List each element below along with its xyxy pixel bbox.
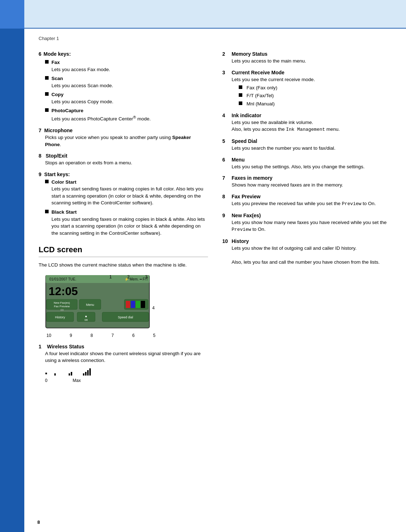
lcd-bottom-annotations: 10 9 8 7 6 5 xyxy=(46,333,155,338)
rc-header-9: 9 New Fax(es) xyxy=(222,213,392,218)
svg-rect-14 xyxy=(136,301,140,308)
bullet-icon xyxy=(239,101,242,105)
rc-header-10: 10 History xyxy=(222,238,392,244)
svg-text:12:05: 12:05 xyxy=(49,285,78,298)
rc-item-2: 2 Memory Status Lets you access to the m… xyxy=(222,51,392,65)
lcd-annotation-3: 3 xyxy=(145,274,148,279)
list-item: Black Start Lets you start sending faxes… xyxy=(45,209,208,237)
rc-header-8: 8 Fax Preview xyxy=(222,194,392,199)
wireless-range-labels: 0 Max xyxy=(45,378,81,383)
start-keys-number: 9 xyxy=(39,171,41,177)
rc-body-6: Lets you setup the settings. Also, lets … xyxy=(232,163,392,170)
mode-keys-number: 6 xyxy=(39,51,41,57)
svg-text:■: ■ xyxy=(85,315,87,318)
scan-description: Lets you access Scan mode. xyxy=(51,83,113,88)
mode-keys-header: 6 Mode keys: xyxy=(39,51,208,57)
rc-num-7: 7 xyxy=(222,175,229,181)
start-keys-header: 9 Start keys: xyxy=(39,171,208,177)
lcd-section-title: LCD screen xyxy=(39,245,208,257)
photocapture-label: PhotoCapture xyxy=(51,108,83,113)
list-item: Mnl (Manual) xyxy=(239,100,392,108)
bullet-icon xyxy=(45,210,49,213)
list-item: Fax (Fax only) xyxy=(239,84,392,91)
list-item: PhotoCapture Lets you access PhotoCaptur… xyxy=(45,107,208,123)
list-item: Fax Lets you access Fax mode. xyxy=(45,59,208,73)
lcd-screen-svg: 01/01/2007 TUE. ⚡ Mem. ━ F/T 12:05 New F… xyxy=(39,275,160,332)
wireless-number: 1 xyxy=(39,344,41,349)
annot-7: 7 xyxy=(112,333,114,338)
list-item: Copy Lets you access Copy mode. xyxy=(45,91,208,105)
lcd-annotation-4: 4 xyxy=(152,305,155,310)
rc-header-6: 6 Menu xyxy=(222,157,392,163)
left-column: 6 Mode keys: Fax Lets you access Fax mod… xyxy=(39,51,208,388)
color-start-description: Lets you start sending faxes or making c… xyxy=(51,186,203,205)
chapter-label: Chapter 1 xyxy=(39,36,392,44)
stop-exit-description: Stops an operation or exits from a menu. xyxy=(45,159,208,166)
right-column: 2 Memory Status Lets you access to the m… xyxy=(222,51,392,388)
rc-title-8: Fax Preview xyxy=(232,194,261,199)
rc-num-10: 10 xyxy=(222,238,229,244)
sidebar-top xyxy=(0,0,24,29)
bullet-icon xyxy=(45,180,49,183)
lcd-image-area: 1 2 3 01/01/2007 TUE. ⚡ Mem. ━ F/T 12:05 xyxy=(39,275,167,338)
wireless-label-0: 0 xyxy=(45,378,48,383)
annot-10: 10 xyxy=(46,333,51,338)
wireless-status-section: 1 Wireless Status A four level indicator… xyxy=(39,344,208,383)
rc-body-2: Lets you access to the main menu. xyxy=(232,58,392,65)
rc-num-9: 9 xyxy=(222,213,229,218)
rc-body-4: Lets you see the available ink volume. A… xyxy=(232,119,392,133)
fax-description: Lets you access Fax mode. xyxy=(51,67,110,72)
two-column-layout: 6 Mode keys: Fax Lets you access Fax mod… xyxy=(39,51,392,388)
stop-exit-header: 8 Stop/Exit xyxy=(39,153,208,159)
copy-label: Copy xyxy=(51,92,64,97)
rc-item-9: 9 New Fax(es) Lets you show how many new… xyxy=(222,213,392,233)
rc-item-5: 5 Speed Dial Lets you search the number … xyxy=(222,138,392,152)
svg-rect-28 xyxy=(85,372,86,376)
rc-item-7: 7 Faxes in memory Shows how many receive… xyxy=(222,175,392,189)
color-start-label: Color Start xyxy=(51,179,76,185)
rc-body-5: Lets you search the number you want to f… xyxy=(232,145,392,152)
rc-header-3: 3 Current Receive Mode xyxy=(222,70,392,75)
annot-5: 5 xyxy=(153,333,155,338)
bullet-icon xyxy=(45,92,49,96)
svg-rect-27 xyxy=(83,373,84,376)
ft-item: F/T (Fax/Tel) xyxy=(245,92,274,99)
rc-item-4: 4 Ink indicator Lets you see the availab… xyxy=(222,113,392,133)
lcd-annotation-1: 1 xyxy=(109,274,112,279)
rc-num-6: 6 xyxy=(222,157,229,163)
rc-num-5: 5 xyxy=(222,138,229,144)
lcd-description: The LCD shows the current machine status… xyxy=(39,262,208,269)
rc-header-5: 5 Speed Dial xyxy=(222,138,392,144)
svg-text::03: :03 xyxy=(60,309,64,311)
svg-rect-12 xyxy=(126,301,130,308)
svg-text:06: 06 xyxy=(85,318,88,322)
rc-body-7: Shows how many received faxes are in the… xyxy=(232,182,392,189)
svg-rect-15 xyxy=(141,301,145,308)
annot-9: 9 xyxy=(70,333,72,338)
mnl-item: Mnl (Manual) xyxy=(245,100,275,108)
svg-rect-13 xyxy=(131,301,135,308)
scan-label: Scan xyxy=(51,76,63,81)
list-item: F/T (Fax/Tel) xyxy=(239,92,392,99)
svg-rect-25 xyxy=(69,373,70,376)
annot-6: 6 xyxy=(132,333,135,338)
rc-body-9: Lets you show how many new faxes you hav… xyxy=(232,219,392,233)
rc-num-8: 8 xyxy=(222,194,229,199)
bullet-icon xyxy=(45,108,49,112)
svg-rect-30 xyxy=(89,368,91,376)
rc-sub-list-3: Fax (Fax only) F/T (Fax/Tel) Mnl (Manual… xyxy=(239,84,392,108)
page-number: 8 xyxy=(24,519,53,525)
wireless-icon-1 xyxy=(54,368,61,377)
bullet-icon xyxy=(239,85,242,89)
microphone-number: 7 xyxy=(39,128,41,133)
wireless-title: Wireless Status xyxy=(44,344,84,349)
fax-only-item: Fax (Fax only) xyxy=(245,84,277,91)
rc-header-2: 2 Memory Status xyxy=(222,51,392,57)
rc-item-8: 8 Fax Preview Lets you preview the recei… xyxy=(222,194,392,208)
rc-body-8: Lets you preview the received fax while … xyxy=(232,200,392,208)
start-keys-section: 9 Start keys: Color Start Lets you start… xyxy=(39,171,208,237)
rc-title-2: Memory Status xyxy=(232,51,267,57)
svg-rect-24 xyxy=(54,373,56,376)
start-keys-title: Start keys: xyxy=(44,171,70,177)
copy-description: Lets you access Copy mode. xyxy=(51,99,113,104)
